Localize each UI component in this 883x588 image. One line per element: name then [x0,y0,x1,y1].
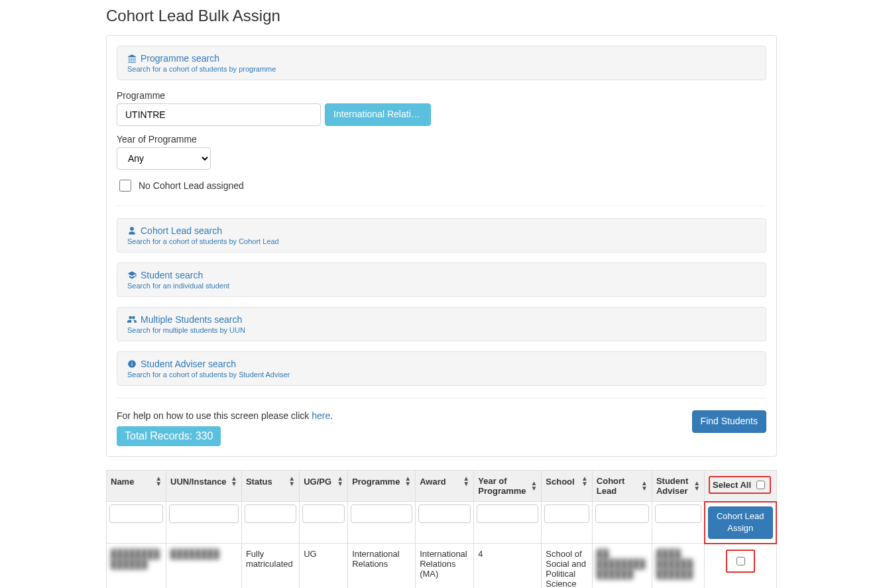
cell-uun: ████████ [166,544,242,588]
year-select[interactable]: Any [117,147,211,170]
programme-search-panel[interactable]: Programme search Search for a cohort of … [117,46,766,80]
select-all-checkbox[interactable] [756,481,765,489]
filter-name[interactable] [109,504,163,523]
help-text: For help on how to use this screen pleas… [117,410,333,421]
programme-field-group: Programme International Relations (M... [117,90,766,126]
year-label: Year of Programme [117,134,766,145]
student-search-desc: Search for an individual student [127,282,756,290]
programme-search-title: Programme search [127,53,756,64]
sort-icon: ▲▼ [641,481,648,491]
divider [117,206,766,206]
cohort-lead-assign-button[interactable]: Cohort Lead Assign [708,506,773,539]
cell-programme: International Relations [348,544,416,588]
col-uun[interactable]: UUN/Instance▲▼ [166,471,242,502]
programme-label: Programme [117,90,766,101]
filter-cohort-lead[interactable] [595,504,649,523]
sort-icon: ▲▼ [155,476,162,487]
sort-icon: ▲▼ [581,476,588,487]
filter-year[interactable] [477,504,538,523]
results-table: Name▲▼ UUN/Instance▲▼ Status▲▼ UG/PG▲▼ P… [106,470,777,588]
programme-search-title-text: Programme search [141,53,219,64]
sort-icon: ▲▼ [231,476,237,487]
find-students-button[interactable]: Find Students [692,410,766,433]
adviser-search-panel[interactable]: Student Adviser search Search for a coho… [117,351,766,386]
multi-student-search-desc: Search for multiple students by UUN [127,326,756,334]
programme-input[interactable] [117,103,321,126]
col-school[interactable]: School▲▼ [542,471,593,502]
col-ugpg[interactable]: UG/PG▲▼ [300,471,348,502]
no-cohort-lead-label: No Cohort Lead assigned [139,180,244,191]
sort-icon: ▲▼ [530,481,537,491]
multi-student-search-title-text: Multiple Students search [141,314,242,325]
adviser-search-desc: Search for a cohort of students by Stude… [127,371,756,379]
divider-2 [117,398,766,398]
cell-status: Fully matriculated [241,544,299,588]
table-header-row: Name▲▼ UUN/Instance▲▼ Status▲▼ UG/PG▲▼ P… [107,471,777,502]
filter-award[interactable] [418,504,471,523]
cell-ugpg: UG [300,544,348,588]
graduation-cap-icon [127,270,137,280]
col-programme[interactable]: Programme▲▼ [348,471,416,502]
filter-school[interactable] [544,504,589,523]
sort-icon: ▲▼ [288,476,295,487]
cell-school: School of Social and Political Science [542,544,593,588]
users-icon [127,315,137,324]
filter-adviser[interactable] [655,504,701,523]
table-filter-row: Cohort Lead Assign [107,502,777,544]
filter-programme[interactable] [351,504,412,523]
col-name[interactable]: Name▲▼ [107,471,166,502]
student-search-title-text: Student search [141,270,203,280]
cell-adviser: ████ ██████ ██████ [652,544,704,588]
col-year[interactable]: Year of Programme▲▼ [474,471,542,502]
adviser-search-title-text: Student Adviser search [141,359,236,369]
col-award[interactable]: Award▲▼ [416,471,474,502]
page-title: Cohort Lead Bulk Assign [106,7,777,25]
cohort-search-panel[interactable]: Cohort Lead search Search for a cohort o… [117,218,766,253]
sort-icon: ▲▼ [463,476,469,487]
cell-select [705,544,776,588]
sort-icon: ▲▼ [337,476,343,487]
col-status[interactable]: Status▲▼ [241,471,299,502]
col-select-all: Select All [705,471,776,502]
info-circle-icon [127,359,137,369]
help-link[interactable]: here [312,410,330,421]
cell-cohort_lead: ██ ████████ ██████ [592,544,652,588]
programme-search-desc: Search for a cohort of students by progr… [127,65,756,73]
total-records-badge: Total Records: 330 [117,426,221,446]
select-all-label: Select All [713,480,751,490]
sort-icon: ▲▼ [693,481,700,491]
year-field-group: Year of Programme Any [117,134,766,170]
sort-icon: ▲▼ [404,476,411,487]
cell-year: 4 [474,544,542,588]
multi-student-search-panel[interactable]: Multiple Students search Search for mult… [117,307,766,341]
svg-point-2 [131,361,133,363]
filter-ugpg[interactable] [302,504,345,523]
cell-award: International Relations (MA) [416,544,474,588]
main-panel: Programme search Search for a cohort of … [106,35,777,457]
user-icon [127,226,137,235]
table-row: ████████ ██████████████Fully matriculate… [107,544,777,588]
no-cohort-lead-checkbox[interactable] [119,180,131,192]
no-cohort-lead-row: No Cohort Lead assigned [117,178,766,194]
svg-rect-1 [131,363,132,366]
student-search-panel[interactable]: Student search Search for an individual … [117,263,766,297]
cell-name: ████████ ██████ [107,544,166,588]
programme-badge[interactable]: International Relations (M... [325,103,431,126]
cohort-search-title-text: Cohort Lead search [141,225,222,236]
col-adviser[interactable]: Student Adviser▲▼ [652,471,704,502]
row-select-checkbox[interactable] [736,557,745,565]
filter-status[interactable] [245,504,296,523]
filter-uun[interactable] [169,504,239,523]
university-icon [127,54,137,63]
cohort-search-desc: Search for a cohort of students by Cohor… [127,237,756,245]
col-cohort-lead[interactable]: Cohort Lead▲▼ [592,471,652,502]
